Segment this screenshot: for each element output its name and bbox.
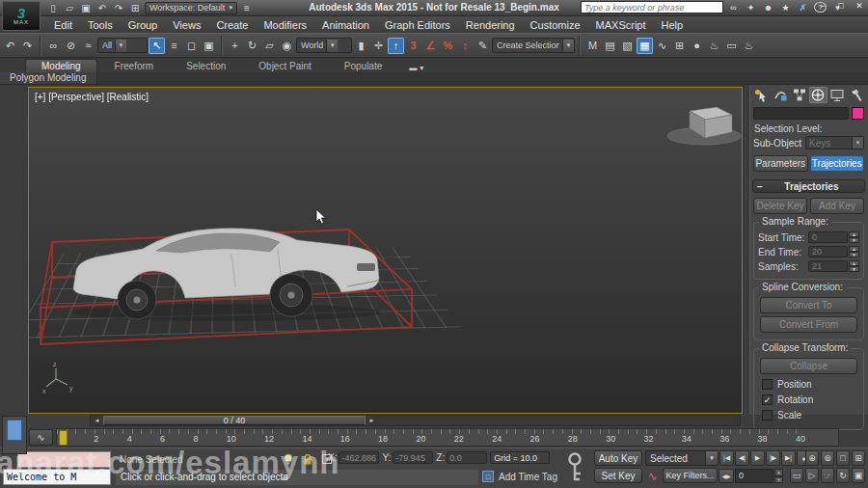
select-and-link-icon[interactable]: ∞ (45, 38, 62, 54)
menu-item[interactable]: MAXScript (588, 18, 654, 32)
ribbon-tab[interactable]: Modeling (25, 59, 97, 72)
create-tab[interactable] (752, 87, 771, 103)
hierarchy-tab[interactable] (790, 87, 808, 103)
previous-frame-arrow-icon[interactable]: ◄ (91, 416, 103, 425)
set-key-button[interactable]: Set Key (594, 468, 642, 483)
zoom-all-icon[interactable]: ⊚ (821, 450, 834, 466)
current-frame-marker[interactable] (59, 430, 68, 446)
maxscript-mini-listener-pink[interactable] (17, 451, 111, 468)
percent-snap-icon[interactable]: % (440, 38, 456, 54)
parameters-button[interactable]: Parameters (753, 155, 808, 172)
search-icon[interactable]: ∞ (727, 1, 740, 14)
exchange-icon[interactable]: ✗ (797, 1, 809, 14)
rendered-frame-icon[interactable]: ▭ (723, 38, 740, 54)
workspace-dropdown[interactable]: Workspace: Default ▾ (145, 2, 237, 14)
bind-to-space-warp-icon[interactable]: ≈ (80, 38, 96, 54)
pan-view-icon[interactable]: ☞ (821, 468, 834, 483)
zoom-region-icon[interactable]: ▭ (790, 468, 803, 483)
sign-in-icon[interactable]: ☻ (762, 1, 774, 14)
utilities-tab[interactable] (847, 87, 865, 103)
value-field[interactable]: 21 (808, 260, 848, 272)
save-file-icon[interactable]: ▣ (79, 1, 93, 14)
polygon-modeling-panel[interactable]: Polygon Modeling (0, 72, 97, 84)
checkbox[interactable]: ✓ (762, 394, 773, 405)
select-and-scale-icon[interactable]: ▱ (261, 38, 278, 54)
open-file-icon[interactable]: ▱ (63, 1, 76, 14)
trajectories-rollout-header[interactable]: − Trajectories (752, 179, 865, 193)
add-key-button[interactable]: Add Key (810, 198, 864, 214)
play-animation-icon[interactable]: ▶ (750, 450, 765, 466)
coordinate-input[interactable]: -462.886 (339, 451, 379, 464)
render-setup-icon[interactable]: ♨ (706, 38, 722, 54)
modify-tab[interactable] (772, 87, 790, 103)
menu-item[interactable]: Edit (46, 18, 80, 32)
zoom-extents-icon[interactable]: □ (836, 450, 850, 466)
menu-item[interactable]: Graph Editors (377, 18, 458, 32)
coordinate-input[interactable]: 0.0 (447, 451, 487, 464)
orbit-icon[interactable]: ↻ (836, 468, 850, 483)
spinner-control[interactable]: ▲▼ (849, 231, 859, 243)
previous-frame-icon[interactable]: ◀| (735, 450, 749, 466)
go-to-end-icon[interactable]: ▶| (781, 450, 796, 466)
value-field[interactable]: 0 (808, 231, 848, 243)
toolbar-config-icon[interactable]: ≡ (240, 1, 254, 14)
zoom-extents-all-icon[interactable]: ⊞ (852, 450, 865, 466)
edit-named-selection-sets-icon[interactable]: ✎ (475, 38, 491, 54)
trajectories-button[interactable]: Trajectories (810, 155, 865, 172)
close-icon[interactable]: ✕ (854, 1, 865, 11)
curve-editor-icon[interactable]: ∿ (654, 38, 670, 54)
menu-item[interactable]: Create (208, 18, 256, 32)
next-frame-icon[interactable]: |▶ (766, 450, 780, 466)
time-slider-track[interactable]: ◄ 0 / 40 ► (90, 415, 741, 426)
menu-item[interactable]: Customize (523, 18, 588, 32)
current-frame-input[interactable]: 0 (735, 469, 773, 483)
spinner-control[interactable]: ▲▼ (849, 260, 859, 272)
menu-item[interactable]: Tools (80, 18, 121, 32)
spline-conversion-button[interactable]: Convert To (760, 297, 857, 313)
application-menu-button[interactable]: 3 MAX (2, 1, 41, 31)
value-field[interactable]: 20 (808, 246, 848, 258)
transform-checkbox-row[interactable]: ✓ Rotation (762, 394, 855, 405)
select-object-icon[interactable]: ↖ (149, 38, 165, 54)
undo-icon[interactable]: ↶ (95, 1, 109, 14)
ribbon-tab[interactable]: Freeform (99, 60, 170, 72)
time-slider-handle[interactable]: 0 / 40 (103, 416, 366, 425)
align-icon[interactable]: ▤ (602, 38, 618, 54)
maximize-icon[interactable]: □ (835, 1, 847, 11)
viewport-label[interactable]: [+] [Perspective] [Realistic] (35, 92, 149, 102)
collapse-button[interactable]: Collapse (760, 358, 857, 374)
spinner-snap-icon[interactable]: ↕ (457, 38, 474, 54)
key-step-icon[interactable]: ◀▶ (719, 469, 734, 483)
minimize-ribbon-button[interactable]: ▬ ▾ (409, 64, 423, 72)
toggle-ribbon-icon[interactable]: ▦ (637, 38, 653, 54)
viewport-layout-tabs-button[interactable] (2, 416, 27, 454)
object-name-field[interactable] (753, 107, 849, 120)
transform-checkbox-row[interactable]: Scale (762, 410, 855, 420)
maximize-viewport-icon[interactable]: ▣ (852, 468, 865, 483)
ribbon-tab[interactable]: Populate (329, 60, 397, 72)
named-selection-sets-dropdown[interactable]: Create Selection Set ▾ (492, 38, 575, 53)
menu-item[interactable]: Help (654, 18, 692, 32)
favorites-star-icon[interactable]: ★ (779, 1, 792, 14)
menu-item[interactable]: Views (165, 18, 208, 32)
reference-coordinate-dropdown[interactable]: World ▾ (296, 38, 352, 53)
undo-history-icon[interactable]: ↶ (2, 38, 18, 54)
layer-manager-icon[interactable]: ▧ (619, 38, 636, 54)
select-by-name-icon[interactable]: ≡ (166, 38, 182, 54)
material-editor-icon[interactable]: ● (689, 38, 705, 54)
select-and-move-icon[interactable]: + (227, 38, 243, 54)
search-input[interactable] (581, 1, 723, 14)
key-icon[interactable]: ✦ (745, 1, 757, 14)
snaps-toggle-3d-icon[interactable]: 3 (405, 38, 421, 54)
selection-lock-toggle[interactable] (300, 451, 315, 467)
select-and-rotate-icon[interactable]: ↻ (244, 38, 260, 54)
menu-item[interactable]: Rendering (458, 18, 523, 32)
selected-set-dropdown[interactable]: Selected ▾ (645, 450, 719, 466)
maxscript-mini-listener[interactable]: Welcome to M (3, 469, 111, 485)
window-crossing-icon[interactable]: ▣ (201, 38, 217, 54)
redo-icon[interactable]: ↷ (112, 1, 125, 14)
ribbon-tab[interactable]: Selection (171, 60, 241, 72)
sub-object-button[interactable]: Sub-Object (753, 138, 801, 149)
object-color-swatch[interactable] (852, 107, 864, 120)
go-to-start-icon[interactable]: |◀ (719, 450, 734, 466)
